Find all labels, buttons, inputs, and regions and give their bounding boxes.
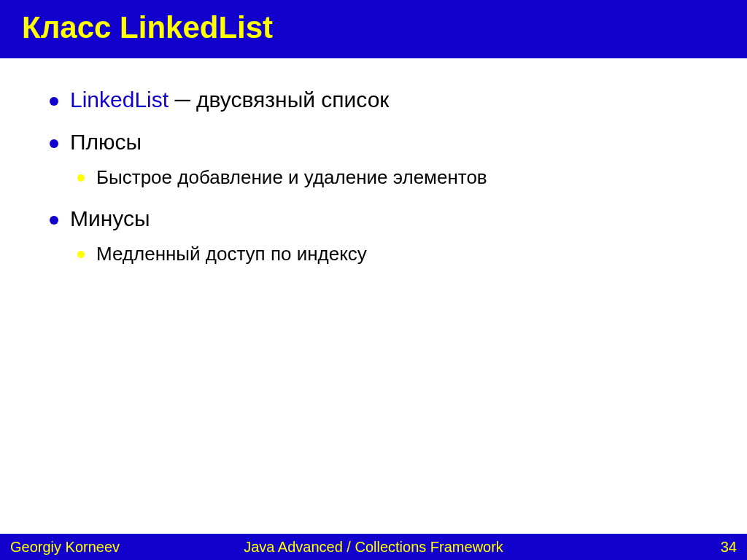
bullet-text: Минусы — [70, 206, 150, 230]
slide: Класс LinkedList LinkedList ─ двусвязный… — [0, 0, 747, 560]
sub-bullet-list: Медленный доступ по индексу — [70, 243, 703, 265]
bullet-list: LinkedList ─ двусвязный список Плюсы Быс… — [44, 88, 703, 265]
bullet-text: Плюсы — [70, 130, 142, 154]
bullet-text: ─ двусвязный список — [169, 88, 389, 112]
bullet-item-1: LinkedList ─ двусвязный список — [44, 88, 703, 112]
sub-bullet-list: Быстрое добавление и удаление элементов — [70, 166, 703, 189]
title-bar: Класс LinkedList — [0, 0, 747, 58]
footer-bar: Georgiy Korneev Java Advanced / Collecti… — [0, 534, 747, 560]
sub-bullet-item: Быстрое добавление и удаление элементов — [70, 166, 703, 189]
slide-title: Класс LinkedList — [22, 10, 725, 45]
footer-page-number: 34 — [721, 539, 737, 556]
bullet-item-2: Плюсы Быстрое добавление и удаление элем… — [44, 130, 703, 189]
sub-bullet-item: Медленный доступ по индексу — [70, 243, 703, 265]
footer-author: Georgiy Korneev — [10, 539, 120, 556]
bullet-item-3: Минусы Медленный доступ по индексу — [44, 206, 703, 265]
slide-content: LinkedList ─ двусвязный список Плюсы Быс… — [0, 58, 747, 560]
bullet-highlight: LinkedList — [70, 88, 169, 112]
